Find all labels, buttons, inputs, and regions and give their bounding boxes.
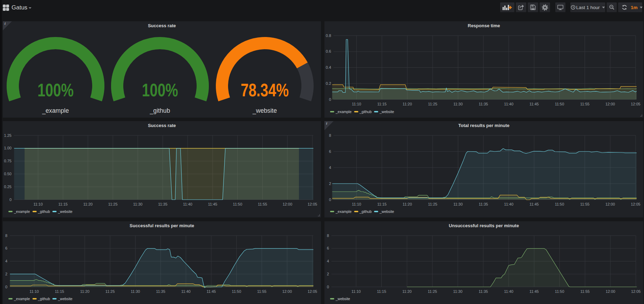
svg-text:11:10: 11:10: [34, 202, 43, 206]
svg-text:12:05: 12:05: [308, 202, 317, 206]
svg-text:11:20: 11:20: [80, 289, 89, 294]
svg-text:11:15: 11:15: [377, 289, 386, 294]
svg-text:11:45: 11:45: [529, 289, 539, 294]
svg-text:_website: _website: [252, 106, 277, 114]
svg-text:0.4: 0.4: [326, 65, 331, 69]
svg-text:11:20: 11:20: [403, 102, 412, 106]
svg-text:_example: _example: [42, 106, 69, 114]
svg-text:12:00: 12:00: [282, 289, 292, 294]
svg-text:8: 8: [5, 233, 7, 238]
svg-text:0.50: 0.50: [4, 172, 12, 176]
svg-text:11:10: 11:10: [30, 289, 39, 294]
svg-text:4: 4: [327, 259, 329, 263]
svg-text:11:45: 11:45: [208, 202, 217, 206]
svg-text:11:35: 11:35: [478, 289, 488, 294]
svg-text:12:05: 12:05: [631, 102, 641, 106]
svg-text:11:15: 11:15: [377, 202, 387, 206]
svg-text:11:40: 11:40: [504, 102, 513, 106]
svg-text:12:05: 12:05: [631, 202, 641, 206]
svg-text:0: 0: [329, 97, 331, 102]
svg-text:0: 0: [329, 198, 331, 202]
svg-text:11:25: 11:25: [428, 102, 437, 106]
svg-text:12:05: 12:05: [308, 289, 317, 294]
svg-text:11:10: 11:10: [352, 102, 361, 106]
svg-text:100%: 100%: [142, 80, 178, 100]
svg-text:11:20: 11:20: [403, 202, 412, 206]
svg-text:12:00: 12:00: [605, 102, 615, 106]
svg-text:11:25: 11:25: [108, 202, 118, 206]
svg-text:0.25: 0.25: [4, 185, 12, 189]
svg-text:11:50: 11:50: [232, 289, 241, 294]
svg-text:1.00: 1.00: [4, 146, 12, 150]
svg-text:11:55: 11:55: [258, 202, 267, 206]
svg-text:0.2: 0.2: [326, 81, 331, 86]
svg-text:11:35: 11:35: [479, 202, 488, 206]
svg-text:11:50: 11:50: [555, 202, 564, 206]
svg-text:11:45: 11:45: [529, 102, 539, 106]
svg-text:11:35: 11:35: [158, 202, 168, 206]
svg-text:11:55: 11:55: [580, 289, 590, 294]
svg-text:4: 4: [5, 259, 7, 263]
svg-text:1.25: 1.25: [4, 133, 12, 138]
svg-text:11:10: 11:10: [352, 202, 361, 206]
svg-text:11:50: 11:50: [233, 202, 242, 206]
svg-text:11:50: 11:50: [555, 289, 564, 294]
svg-text:0: 0: [327, 285, 329, 289]
svg-text:0.75: 0.75: [4, 159, 12, 163]
svg-text:11:30: 11:30: [453, 289, 463, 294]
svg-text:0: 0: [9, 198, 12, 202]
svg-text:11:45: 11:45: [206, 289, 216, 294]
svg-text:11:35: 11:35: [156, 289, 166, 294]
svg-text:12:00: 12:00: [606, 289, 615, 294]
svg-text:11:15: 11:15: [58, 202, 68, 206]
svg-text:11:40: 11:40: [504, 289, 513, 294]
svg-text:11:40: 11:40: [183, 202, 192, 206]
svg-text:11:25: 11:25: [428, 202, 437, 206]
svg-text:2: 2: [5, 272, 7, 276]
svg-text:11:25: 11:25: [428, 289, 437, 294]
svg-text:78.34%: 78.34%: [241, 80, 289, 100]
svg-text:11:45: 11:45: [529, 202, 539, 206]
svg-text:4: 4: [329, 165, 331, 170]
svg-text:11:40: 11:40: [504, 202, 513, 206]
svg-text:11:30: 11:30: [453, 102, 463, 106]
svg-text:0.6: 0.6: [326, 49, 331, 53]
svg-text:12:00: 12:00: [283, 202, 292, 206]
svg-text:12:00: 12:00: [605, 202, 615, 206]
svg-text:11:55: 11:55: [257, 289, 266, 294]
svg-text:11:40: 11:40: [181, 289, 191, 294]
svg-text:8: 8: [327, 233, 329, 238]
svg-text:11:55: 11:55: [580, 202, 590, 206]
svg-text:6: 6: [5, 246, 7, 250]
svg-text:11:25: 11:25: [105, 289, 115, 294]
svg-text:11:20: 11:20: [83, 202, 93, 206]
svg-text:11:50: 11:50: [555, 102, 564, 106]
svg-text:11:15: 11:15: [55, 289, 64, 294]
svg-text:11:30: 11:30: [133, 202, 142, 206]
svg-text:11:55: 11:55: [580, 102, 590, 106]
svg-text:11:10: 11:10: [351, 289, 361, 294]
svg-text:8: 8: [329, 133, 331, 138]
svg-text:6: 6: [327, 246, 329, 250]
svg-text:11:30: 11:30: [131, 289, 140, 294]
svg-text:_github: _github: [149, 106, 170, 114]
svg-text:6: 6: [329, 149, 331, 154]
svg-text:100%: 100%: [37, 80, 74, 100]
svg-text:11:20: 11:20: [402, 289, 412, 294]
svg-text:2: 2: [329, 181, 331, 186]
svg-text:2: 2: [327, 272, 329, 276]
svg-text:0: 0: [5, 285, 7, 289]
svg-text:11:15: 11:15: [377, 102, 387, 106]
svg-text:0.8: 0.8: [326, 34, 331, 38]
svg-text:11:30: 11:30: [453, 202, 463, 206]
svg-text:11:35: 11:35: [479, 102, 488, 106]
svg-text:12:05: 12:05: [631, 289, 641, 294]
